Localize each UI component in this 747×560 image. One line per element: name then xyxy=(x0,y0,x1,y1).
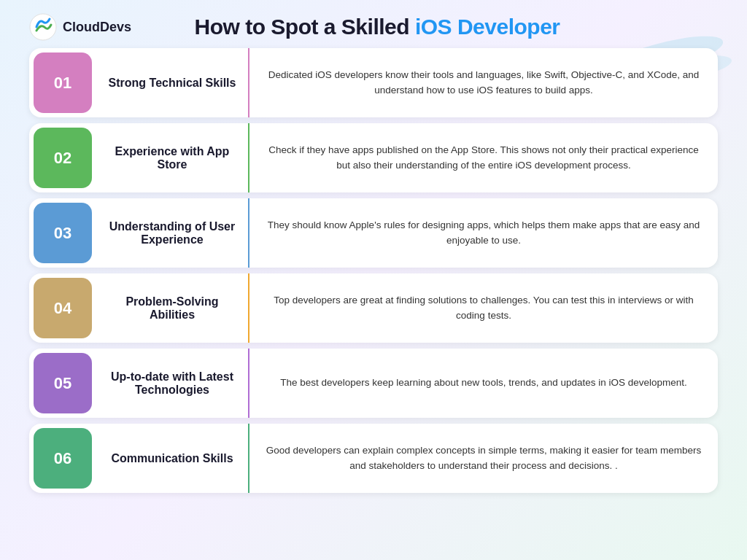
item-number-6: 06 xyxy=(34,428,92,489)
item-row-6: 06 Communication Skills Good developers … xyxy=(29,424,718,493)
item-title-2: Experience with App Store xyxy=(96,123,249,192)
item-title-3: Understanding of User Experience xyxy=(96,198,249,268)
item-desc-4: Top developers are great at finding solu… xyxy=(249,273,718,343)
item-row-4: 04 Problem-Solving Abilities Top develop… xyxy=(29,273,718,343)
item-number-1: 01 xyxy=(34,52,92,113)
item-desc-2: Check if they have apps published on the… xyxy=(249,123,718,192)
item-row-1: 01 Strong Technical Skills Dedicated iOS… xyxy=(29,48,718,117)
item-title-1: Strong Technical Skills xyxy=(96,48,249,117)
item-title-6: Communication Skills xyxy=(96,424,249,493)
title-part1: How to Spot a Skilled xyxy=(195,15,415,39)
item-number-2: 02 xyxy=(34,128,92,188)
items-grid: 01 Strong Technical Skills Dedicated iOS… xyxy=(29,48,718,493)
item-number-4: 04 xyxy=(34,278,92,338)
header: CloudDevs How to Spot a Skilled iOS Deve… xyxy=(29,13,718,41)
item-desc-3: They should know Apple's rules for desig… xyxy=(249,198,718,268)
item-title-5: Up-to-date with Latest Technologies xyxy=(96,349,249,418)
item-row-3: 03 Understanding of User Experience They… xyxy=(29,198,718,268)
main-container: CloudDevs How to Spot a Skilled iOS Deve… xyxy=(0,0,747,502)
item-desc-6: Good developers can explain complex conc… xyxy=(249,424,718,493)
logo: CloudDevs xyxy=(29,13,131,41)
item-number-5: 05 xyxy=(34,353,92,413)
page-title-container: How to Spot a Skilled iOS Developer xyxy=(131,15,623,39)
item-desc-1: Dedicated iOS developers know their tool… xyxy=(249,48,718,117)
item-row-5: 05 Up-to-date with Latest Technologies T… xyxy=(29,349,718,418)
item-number-3: 03 xyxy=(34,203,92,263)
page-title: How to Spot a Skilled iOS Developer xyxy=(131,15,623,39)
logo-text: CloudDevs xyxy=(63,20,131,35)
item-row-2: 02 Experience with App Store Check if th… xyxy=(29,123,718,192)
item-title-4: Problem-Solving Abilities xyxy=(96,273,249,343)
item-desc-5: The best developers keep learning about … xyxy=(249,349,718,418)
logo-icon xyxy=(29,13,57,41)
title-part2: iOS Developer xyxy=(415,15,560,39)
